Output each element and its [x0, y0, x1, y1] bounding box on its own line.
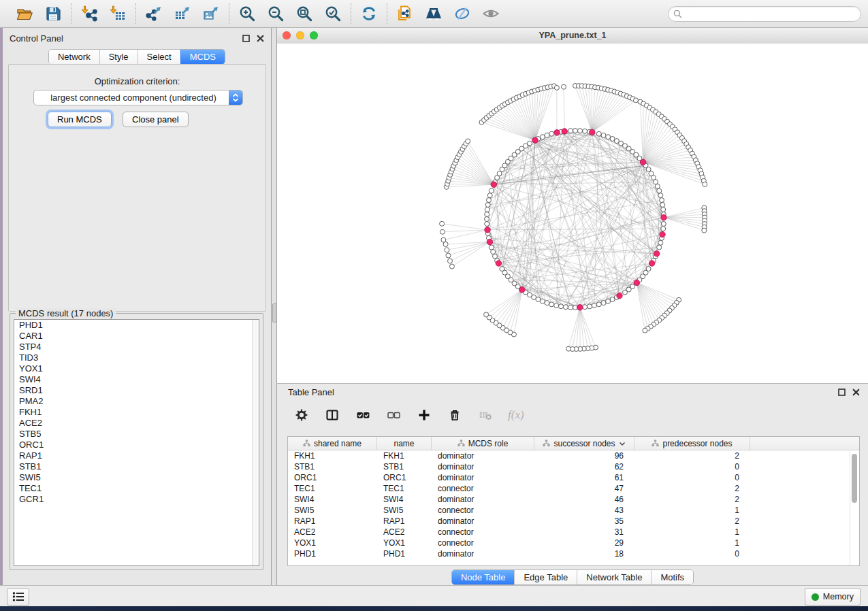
- table-row[interactable]: SWI5SWI5connector431: [288, 505, 859, 516]
- eye-slash-button[interactable]: [452, 3, 472, 24]
- tab-edge-table[interactable]: Edge Table: [514, 570, 577, 584]
- import-table-button[interactable]: [108, 3, 128, 24]
- export-image-button[interactable]: [201, 3, 221, 24]
- task-history-button[interactable]: [7, 588, 29, 606]
- table-row[interactable]: ACE2ACE2connector311: [288, 527, 859, 538]
- tab-node-table[interactable]: Node Table: [452, 570, 515, 584]
- settings-button[interactable]: [293, 407, 310, 423]
- tab-mcds[interactable]: MCDS: [180, 50, 225, 64]
- mcds-hub-node[interactable]: [660, 231, 665, 237]
- ring-node[interactable]: [540, 135, 545, 139]
- ring-node[interactable]: [596, 302, 601, 307]
- table-row[interactable]: SWI4SWI4dominator462: [288, 494, 859, 505]
- delete-column-button[interactable]: [447, 407, 463, 423]
- import-network-button[interactable]: [79, 3, 99, 24]
- split-panel-button[interactable]: [324, 407, 340, 423]
- leaf-node[interactable]: [554, 85, 559, 90]
- mcds-result-item[interactable]: PMA2: [14, 396, 259, 407]
- mcds-result-item[interactable]: SRD1: [14, 385, 259, 396]
- mcds-result-item[interactable]: ORC1: [14, 440, 259, 450]
- run-mcds-button[interactable]: Run MCDS: [48, 112, 112, 127]
- leaf-node[interactable]: [446, 253, 451, 258]
- leaf-node[interactable]: [443, 242, 448, 247]
- column-header-name[interactable]: name: [377, 437, 432, 450]
- column-header-predecessor-nodes[interactable]: predecessor nodes: [634, 437, 750, 450]
- mcds-hub-node[interactable]: [617, 293, 622, 298]
- ring-node[interactable]: [500, 267, 504, 271]
- table-row[interactable]: YOX1YOX1connector291: [288, 538, 859, 548]
- mcds-hub-node[interactable]: [661, 215, 666, 220]
- ring-node[interactable]: [654, 180, 658, 184]
- tab-network[interactable]: Network: [49, 50, 99, 64]
- mcds-hub-node[interactable]: [496, 261, 501, 266]
- ring-node[interactable]: [559, 304, 564, 309]
- leaf-node[interactable]: [445, 248, 449, 252]
- mcds-result-item[interactable]: SWI5: [14, 472, 259, 483]
- ring-node[interactable]: [658, 240, 663, 245]
- search-input[interactable]: [686, 7, 856, 20]
- ring-node[interactable]: [657, 245, 662, 250]
- scrollbar-thumb[interactable]: [852, 454, 857, 503]
- ring-node[interactable]: [485, 203, 490, 208]
- mcds-hub-node[interactable]: [487, 239, 492, 244]
- ring-node[interactable]: [583, 129, 588, 133]
- export-network-button[interactable]: [144, 3, 164, 24]
- ring-node[interactable]: [487, 198, 492, 203]
- ring-node[interactable]: [549, 131, 554, 136]
- ring-node[interactable]: [596, 131, 601, 136]
- column-header-MCDS-role[interactable]: MCDS role: [432, 437, 534, 450]
- list-scrollbar[interactable]: [252, 320, 259, 565]
- ring-node[interactable]: [661, 207, 666, 212]
- mcds-result-item[interactable]: FKH1: [14, 407, 259, 418]
- zoom-selected-button[interactable]: [323, 3, 343, 24]
- table-row[interactable]: TEC1TEC1connector472: [288, 483, 859, 494]
- ring-node[interactable]: [583, 305, 588, 310]
- ring-node[interactable]: [485, 207, 489, 212]
- mcds-result-item[interactable]: ACE2: [14, 418, 259, 429]
- mcds-result-item[interactable]: TID3: [14, 352, 259, 363]
- binoculars-button[interactable]: [423, 3, 444, 24]
- table-row[interactable]: PHD1PHD1dominator180: [288, 548, 859, 559]
- leaf-node[interactable]: [703, 182, 707, 187]
- mcds-hub-node[interactable]: [654, 251, 660, 257]
- function-builder-button[interactable]: f(x): [508, 408, 524, 422]
- table-row[interactable]: ORC1ORC1dominator610: [288, 472, 859, 483]
- zoom-fit-button[interactable]: [294, 3, 315, 24]
- ring-node[interactable]: [545, 301, 549, 306]
- ring-node[interactable]: [592, 303, 596, 308]
- add-column-button[interactable]: [416, 407, 432, 423]
- leaf-node[interactable]: [484, 312, 489, 317]
- mcds-result-item[interactable]: GCR1: [14, 494, 259, 505]
- mcds-hub-node[interactable]: [562, 129, 567, 134]
- mcds-hub-node[interactable]: [634, 280, 639, 285]
- network-window-titlebar[interactable]: YPA_prune.txt_1: [277, 28, 868, 44]
- mcds-result-item[interactable]: PHD1: [14, 320, 259, 331]
- ring-node[interactable]: [493, 254, 498, 259]
- ring-node[interactable]: [658, 193, 663, 198]
- float-table-panel-icon[interactable]: [837, 388, 846, 396]
- ring-node[interactable]: [661, 227, 666, 231]
- ring-node[interactable]: [573, 129, 578, 133]
- ring-node[interactable]: [606, 299, 611, 303]
- mcds-hub-node[interactable]: [590, 129, 595, 135]
- ring-node[interactable]: [491, 250, 496, 254]
- float-panel-icon[interactable]: [242, 34, 250, 42]
- ring-node[interactable]: [588, 304, 592, 309]
- close-panel-button[interactable]: Close panel: [123, 112, 189, 127]
- mcds-result-item[interactable]: YOX1: [14, 363, 259, 374]
- mcds-hub-node[interactable]: [554, 130, 560, 135]
- ring-node[interactable]: [660, 198, 664, 203]
- select-all-button[interactable]: [355, 407, 371, 423]
- ring-node[interactable]: [606, 135, 611, 139]
- ring-node[interactable]: [487, 193, 492, 198]
- mcds-result-list[interactable]: PHD1CAR1STP4TID3YOX1SWI4SRD1PMA2FKH1ACE2…: [14, 319, 259, 566]
- tab-style[interactable]: Style: [99, 50, 138, 64]
- leaf-node[interactable]: [702, 228, 707, 233]
- node-table[interactable]: shared namenameMCDS rolesuccessor nodesp…: [287, 436, 860, 566]
- table-row[interactable]: FKH1FKH1dominator962: [288, 450, 859, 461]
- memory-button[interactable]: Memory: [805, 588, 861, 606]
- table-row[interactable]: RAP1RAP1dominator352: [288, 516, 859, 527]
- ring-node[interactable]: [657, 188, 662, 193]
- ring-node[interactable]: [545, 133, 549, 137]
- tab-select[interactable]: Select: [138, 50, 180, 64]
